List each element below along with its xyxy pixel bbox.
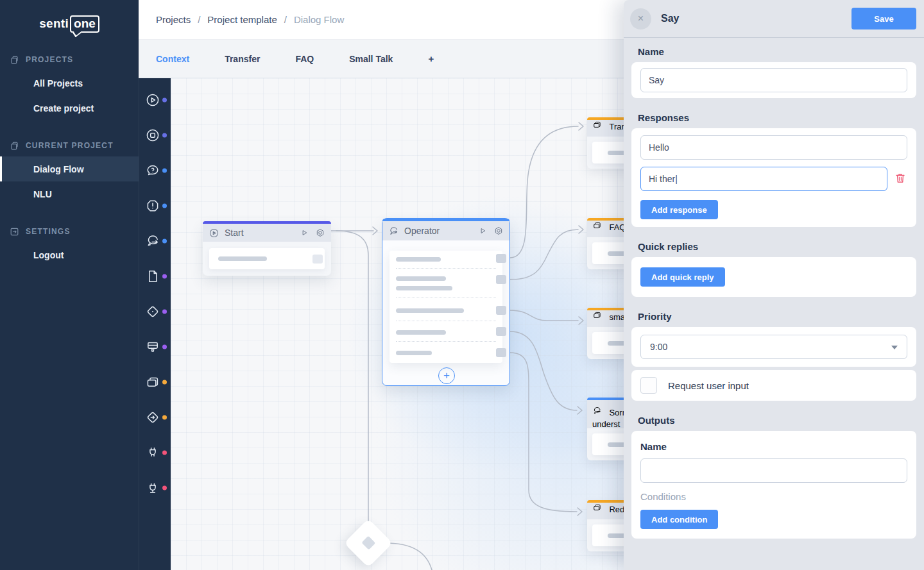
palette-alert-node[interactable] bbox=[139, 188, 171, 223]
node-title: Start bbox=[225, 228, 299, 238]
placeholder-line bbox=[396, 276, 446, 281]
tab-transfer[interactable]: Transfer bbox=[225, 54, 260, 64]
outputs-section-label: Outputs bbox=[638, 415, 916, 426]
node-name-input[interactable] bbox=[640, 68, 907, 92]
output-connector[interactable] bbox=[496, 275, 506, 284]
priority-value: 9:00 bbox=[650, 342, 667, 352]
tab-small-talk[interactable]: Small Talk bbox=[349, 54, 393, 64]
save-button[interactable]: Save bbox=[851, 8, 916, 29]
panel-title: Say bbox=[661, 13, 679, 24]
plug-icon bbox=[145, 445, 160, 460]
placeholder-line bbox=[396, 308, 464, 313]
responses-section-label: Responses bbox=[638, 112, 916, 123]
plug-alt-icon bbox=[145, 480, 160, 496]
palette-dot bbox=[162, 133, 167, 137]
output-connector[interactable] bbox=[312, 255, 323, 264]
palette-redirect-node[interactable] bbox=[139, 399, 171, 435]
connector-handle[interactable] bbox=[361, 536, 375, 550]
divider bbox=[396, 321, 496, 321]
output-connector[interactable] bbox=[496, 306, 506, 315]
name-section-label: Name bbox=[638, 46, 916, 57]
conditions-label: Conditions bbox=[640, 491, 907, 502]
diamond-arrow-icon bbox=[145, 410, 160, 425]
response-input-1[interactable] bbox=[640, 135, 907, 160]
play-circle-icon bbox=[145, 92, 160, 108]
divider bbox=[396, 268, 496, 269]
sidebar-item-nlu[interactable]: NLU bbox=[0, 181, 139, 206]
stacked-cards-icon bbox=[145, 374, 160, 390]
sidebar-item-all-projects[interactable]: All Projects bbox=[0, 71, 139, 96]
output-connector[interactable] bbox=[496, 327, 506, 336]
node-start[interactable]: Start bbox=[203, 221, 331, 276]
response-slot[interactable] bbox=[209, 248, 325, 269]
sidebar-item-logout[interactable]: Logout bbox=[0, 242, 139, 267]
palette-say-node[interactable] bbox=[139, 223, 171, 258]
breadcrumb-dialog-flow: Dialog Flow bbox=[294, 14, 344, 25]
output-name-input[interactable] bbox=[640, 458, 907, 483]
priority-select[interactable]: 9:00 bbox=[640, 335, 907, 359]
sidebar-section-projects: PROJECTS bbox=[0, 49, 139, 71]
tab-context[interactable]: Context bbox=[156, 54, 189, 64]
node-title: sma bbox=[609, 312, 625, 322]
bubble-arrow-icon bbox=[145, 233, 160, 249]
run-node-icon[interactable] bbox=[299, 228, 309, 238]
palette-dot bbox=[162, 239, 167, 243]
breadcrumb-project-template[interactable]: Project template bbox=[207, 14, 277, 25]
bubble-arrow-icon bbox=[592, 406, 602, 415]
sidebar: senti one PROJECTS All Projects Create p… bbox=[0, 0, 139, 570]
sidebar-item-dialog-flow[interactable]: Dialog Flow bbox=[0, 156, 139, 181]
palette-question-node[interactable] bbox=[139, 153, 171, 188]
node-title: Red bbox=[609, 505, 624, 514]
run-node-icon[interactable] bbox=[477, 226, 488, 236]
output-name-label: Name bbox=[640, 441, 907, 452]
output-connector[interactable] bbox=[496, 254, 506, 263]
panel-header: × Say Save bbox=[624, 0, 924, 38]
node-start-body bbox=[203, 242, 331, 276]
palette-document-node[interactable] bbox=[139, 258, 171, 294]
placeholder-line bbox=[396, 351, 432, 355]
response-input-2[interactable] bbox=[640, 167, 887, 191]
node-operator[interactable]: Operator bbox=[382, 218, 510, 386]
add-tab-button[interactable]: + bbox=[428, 53, 434, 64]
stacked-cards-icon bbox=[592, 221, 602, 230]
stacked-cards-icon bbox=[592, 120, 602, 130]
palette-integration-alt-node[interactable] bbox=[139, 470, 171, 505]
palette-decision-node[interactable] bbox=[139, 294, 171, 329]
node-settings-icon[interactable] bbox=[493, 226, 504, 236]
placeholder-line bbox=[218, 256, 267, 261]
name-card bbox=[631, 62, 916, 98]
output-connector[interactable] bbox=[496, 348, 506, 357]
palette-play-node[interactable] bbox=[139, 82, 171, 117]
stop-circle-icon bbox=[145, 128, 160, 143]
divider bbox=[396, 298, 496, 298]
sidebar-section-current-project: CURRENT PROJECT bbox=[0, 135, 139, 156]
request-user-input-label: Request user input bbox=[668, 380, 749, 391]
add-response-button[interactable]: Add response bbox=[640, 200, 718, 219]
palette-dot bbox=[162, 415, 167, 419]
palette-stop-node[interactable] bbox=[139, 117, 171, 153]
palette-dot bbox=[162, 380, 167, 384]
stacked-cards-icon bbox=[592, 503, 602, 512]
operator-responses-card bbox=[389, 251, 502, 363]
breadcrumb-separator: / bbox=[284, 14, 287, 25]
add-condition-button[interactable]: Add condition bbox=[640, 510, 718, 529]
question-bubble-icon bbox=[145, 163, 160, 178]
add-output-button[interactable]: + bbox=[438, 367, 455, 384]
placeholder-line bbox=[396, 330, 446, 335]
palette-dot bbox=[162, 97, 167, 102]
sidebar-item-create-project[interactable]: Create project bbox=[0, 96, 139, 121]
palette-device-node[interactable] bbox=[139, 329, 171, 364]
request-user-input-checkbox[interactable] bbox=[640, 377, 657, 394]
node-settings-icon[interactable] bbox=[315, 228, 325, 238]
breadcrumb-projects[interactable]: Projects bbox=[156, 14, 191, 25]
close-panel-button[interactable]: × bbox=[630, 8, 651, 29]
tab-faq[interactable]: FAQ bbox=[295, 54, 314, 64]
delete-response-button[interactable] bbox=[893, 171, 907, 187]
palette-dot bbox=[162, 203, 167, 208]
plus-icon: + bbox=[443, 369, 450, 381]
palette-integration-node[interactable] bbox=[139, 435, 171, 470]
stacked-cards-icon bbox=[592, 310, 602, 320]
palette-context-node[interactable] bbox=[139, 364, 171, 399]
outputs-card: Name Conditions Add condition bbox=[631, 431, 916, 539]
add-quick-reply-button[interactable]: Add quick reply bbox=[640, 267, 725, 287]
